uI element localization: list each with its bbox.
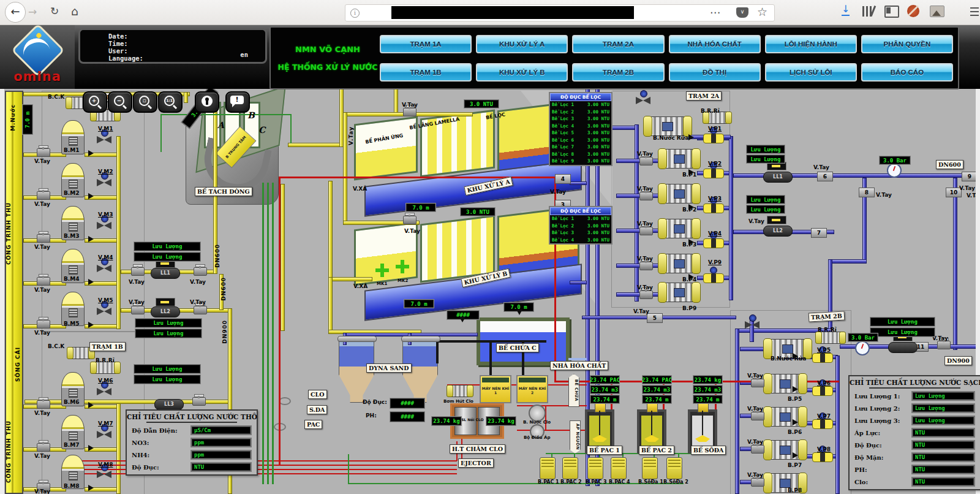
zoom-region-button[interactable]: ▫ (133, 91, 157, 113)
reload-icon[interactable]: ↻ (50, 6, 59, 17)
hand-valve[interactable] (639, 262, 653, 270)
numbered-valve-4[interactable]: 4 (555, 174, 571, 184)
pump-BPAC3[interactable] (587, 457, 603, 479)
chlorine-water-pump[interactable] (529, 405, 546, 422)
pump-BRRi-2B[interactable] (816, 332, 845, 344)
forward-icon[interactable]: → (28, 7, 37, 17)
valve-VP8[interactable] (812, 452, 833, 462)
hand-valve[interactable] (751, 478, 764, 487)
hand-valve[interactable] (131, 267, 145, 276)
page-actions-icon[interactable]: ⋯ (710, 7, 720, 18)
bookmark-star-icon[interactable]: ☆ (757, 6, 767, 18)
nav-button-lỗi-hiện-hành[interactable]: LỖI HIỆN HÀNH (765, 35, 857, 53)
time-label: Time: (108, 40, 265, 47)
hand-valve[interactable] (751, 412, 764, 420)
hand-valve[interactable] (937, 341, 951, 349)
pump-BRRi-1B[interactable] (91, 362, 120, 374)
pump-BP6[interactable] (764, 407, 806, 427)
pump-BP1[interactable] (659, 149, 699, 169)
download-icon[interactable]: ↓ (842, 4, 850, 16)
pump-BP5[interactable] (764, 374, 806, 393)
text-label: V.Tay (34, 287, 50, 293)
pump-BNuocRua-2A[interactable] (644, 116, 691, 136)
pump-BPAC4[interactable] (611, 457, 627, 479)
pump-BP4[interactable] (659, 254, 699, 273)
sidebar-icon[interactable] (884, 6, 899, 18)
nav-button-lịch-sử-lỗi[interactable]: LỊCH SỬ LỖI (765, 63, 857, 82)
air-compressor[interactable]: MÁY NÉN KHÍ 1 (480, 375, 511, 403)
hand-valve[interactable] (403, 216, 417, 224)
back-icon[interactable]: ← (5, 2, 26, 23)
hand-valve[interactable] (403, 108, 417, 116)
valve-VP6[interactable] (812, 386, 833, 396)
air-compressor[interactable]: MÁY NÉN KHÍ 2 (516, 375, 548, 403)
numbered-valve-7[interactable]: 7 (811, 228, 827, 238)
nav-button-nhà-hóa-chất[interactable]: NHÀ HÓA CHẤT (669, 35, 761, 53)
hand-valve[interactable] (194, 267, 207, 276)
url-bar[interactable]: i ⋯ ∨ ☆ (345, 4, 775, 21)
hand-valve[interactable] (131, 306, 145, 314)
pump-BomHutClo[interactable] (447, 385, 473, 397)
hand-valve[interactable] (192, 397, 206, 406)
valve-VP5[interactable] (812, 353, 833, 363)
numbered-valve-6[interactable]: 6 (817, 172, 833, 181)
nav-button-trạm-1a[interactable]: TRẠM 1A (380, 35, 472, 53)
hand-valve[interactable] (751, 379, 764, 387)
home-icon[interactable]: ⌂ (71, 6, 78, 17)
login-button[interactable] (195, 91, 219, 113)
pump-BP3[interactable] (659, 219, 699, 238)
nav-button-trạm-1b[interactable]: TRẠM 1B (380, 63, 472, 82)
hand-valve[interactable] (751, 445, 764, 454)
hand-valve[interactable] (37, 234, 50, 243)
pump-BSoDa2[interactable] (666, 457, 682, 479)
hand-valve[interactable] (639, 157, 653, 165)
valve-VP4[interactable] (703, 238, 724, 248)
hand-valve[interactable] (639, 192, 653, 200)
numbered-valve-8[interactable]: 8 (859, 188, 875, 197)
nav-button-trạm-2b[interactable]: TRẠM 2B (572, 63, 664, 82)
hand-valve[interactable] (37, 277, 50, 286)
hand-valve[interactable] (37, 443, 50, 452)
nav-button-phân-quyền[interactable]: PHÂN QUYỀN (861, 35, 953, 53)
hand-valve[interactable] (37, 148, 50, 157)
valve-VP1[interactable] (703, 134, 724, 143)
nav-button-báo-cáo[interactable]: BÁO CÁO (861, 63, 953, 82)
alarm-ack-button[interactable]: ! (225, 91, 250, 113)
text-label: V.M5 (98, 297, 113, 303)
pump-BPAC1[interactable] (540, 457, 556, 479)
pump-BSoDa1[interactable] (642, 457, 658, 479)
pump-BP2[interactable] (659, 184, 699, 203)
info-icon[interactable]: i (350, 9, 360, 18)
valve-VP7[interactable] (812, 419, 833, 429)
hand-valve[interactable] (194, 306, 207, 314)
blocker-icon[interactable] (907, 5, 919, 17)
browser-toolbar: ← → ↻ ⌂ i ⋯ ∨ ☆ ↓ (0, 0, 980, 25)
screenshot-icon[interactable] (930, 6, 944, 17)
nav-button-khu-xử-lý-b[interactable]: KHU XỬ LÝ B (476, 63, 568, 82)
alert-bubble-icon: ! (230, 96, 244, 104)
hand-valve[interactable] (37, 320, 50, 329)
valve-VP9[interactable] (703, 273, 724, 283)
zoom-in-button[interactable]: + (83, 91, 107, 113)
nav-button-khu-xử-lý-a[interactable]: KHU XỬ LÝ A (476, 35, 568, 53)
pump-BPAC2[interactable] (562, 457, 578, 479)
hand-valve[interactable] (37, 400, 50, 409)
hand-valve[interactable] (639, 291, 653, 299)
nav-button-trạm-2a[interactable]: TRẠM 2A (572, 35, 664, 53)
nav-button-đồ-thị[interactable]: ĐỒ THỊ (669, 63, 761, 82)
hand-valve[interactable] (639, 227, 653, 235)
zoom-out-button[interactable]: − (108, 91, 132, 113)
pipe-segment (348, 454, 349, 483)
pipe-segment (279, 177, 556, 178)
hand-valve[interactable] (37, 191, 50, 200)
value-display: 23.74 m (693, 395, 723, 404)
valve-VP2[interactable] (703, 169, 724, 178)
pump-BP7[interactable] (764, 440, 806, 460)
pump-BP9[interactable] (659, 283, 699, 302)
valve-VP3[interactable] (703, 203, 724, 213)
text-label: V.Tay (34, 410, 50, 416)
menu-icon[interactable] (970, 7, 979, 16)
numbered-valve-5[interactable]: 5 (647, 313, 663, 323)
pocket-icon[interactable]: ∨ (736, 7, 748, 18)
zoom-actual-button[interactable]: 1:1 (158, 91, 183, 113)
